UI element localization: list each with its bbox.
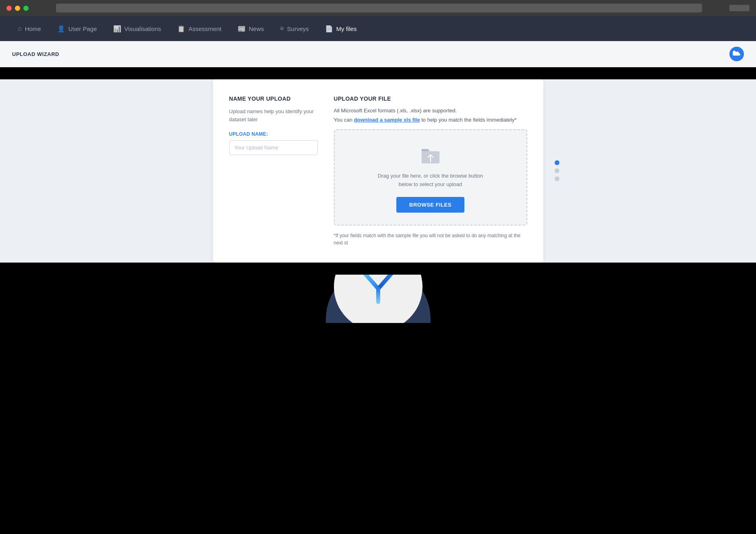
step-dot-1[interactable] [555,160,559,165]
nav-label-news: News [249,25,264,32]
cloud-button[interactable] [729,47,744,61]
browser-address-bar[interactable] [56,4,702,12]
wizard-card: NAME YOUR UPLOAD Upload names help you i… [213,79,543,263]
browser-dot-red[interactable] [6,6,12,11]
nav-item-user-page[interactable]: 👤 User Page [49,16,105,41]
cloud-icon [733,51,741,57]
nav-label-my-files: My files [336,25,357,32]
step-dot-2[interactable] [555,168,559,173]
download-suffix: to help you match the fields immediately… [420,117,517,123]
upload-name-input[interactable] [229,140,318,155]
step-dot-3[interactable] [555,176,559,181]
nav-label-home: Home [25,25,41,32]
popup-overlay [334,275,423,323]
list-icon: ≡ [280,25,284,32]
main-content: NAME YOUR UPLOAD Upload names help you i… [0,79,756,263]
nav-item-visualisations[interactable]: 📊 Visualisations [105,16,169,41]
name-section-desc: Upload names help you identify your data… [229,108,318,123]
nav-item-surveys[interactable]: ≡ Surveys [272,16,317,41]
browser-chrome [0,0,756,16]
chart-icon: 📊 [113,25,121,33]
home-icon: ⌂ [18,25,22,32]
upload-icon-wrapper [343,146,518,166]
files-icon: 📄 [325,25,333,33]
right-panel: UPLOAD YOUR FILE All Microsoft Excel for… [334,95,527,246]
download-text: You can download a sample xls file to he… [334,117,527,123]
drop-text-line1: Drag your file here, or click the browse… [378,173,483,179]
download-sample-link[interactable]: download a sample xls file [354,117,420,123]
nav-item-my-files[interactable]: 📄 My files [317,16,365,41]
page-title: UPLOAD WIZARD [12,51,59,57]
nav-item-news[interactable]: 📰 News [230,16,272,41]
name-section-title: NAME YOUR UPLOAD [229,95,318,102]
browser-dot-green[interactable] [23,6,29,11]
drop-zone-text: Drag your file here, or click the browse… [343,172,518,189]
nav-label-assessment: Assessment [188,25,222,32]
nav-label-surveys: Surveys [287,25,309,32]
note-text: *If your fields match with the sample fi… [334,232,527,246]
browser-dot-yellow[interactable] [15,6,20,11]
file-drop-zone[interactable]: Drag your file here, or click the browse… [334,129,527,226]
nav-label-visualisations: Visualisations [124,25,161,32]
download-prefix: You can [334,117,354,123]
user-icon: 👤 [57,25,65,33]
y-logo [358,275,398,307]
upload-name-label: UPLOAD NAME: [229,131,318,137]
document-icon: 📋 [177,25,185,33]
upload-folder-icon [420,146,441,166]
format-text: All Microsoft Excel formats (.xls, .xlsx… [334,108,527,114]
bottom-overlay [0,275,756,323]
upload-section-title: UPLOAD YOUR FILE [334,95,527,102]
left-panel: NAME YOUR UPLOAD Upload names help you i… [229,95,318,246]
page-header: UPLOAD WIZARD [0,41,756,67]
news-icon: 📰 [238,25,246,33]
nav-item-home[interactable]: ⌂ Home [10,16,49,41]
nav-item-assessment[interactable]: 📋 Assessment [169,16,230,41]
step-indicators [555,160,559,181]
nav-label-user-page: User Page [68,25,97,32]
browser-action-btn [729,5,750,11]
browse-files-button[interactable]: BROWSE FILES [396,197,464,213]
wizard-layout: NAME YOUR UPLOAD Upload names help you i… [229,95,527,246]
drop-text-line2: below to select your upload [399,181,462,187]
navbar: ⌂ Home 👤 User Page 📊 Visualisations 📋 As… [0,16,756,41]
